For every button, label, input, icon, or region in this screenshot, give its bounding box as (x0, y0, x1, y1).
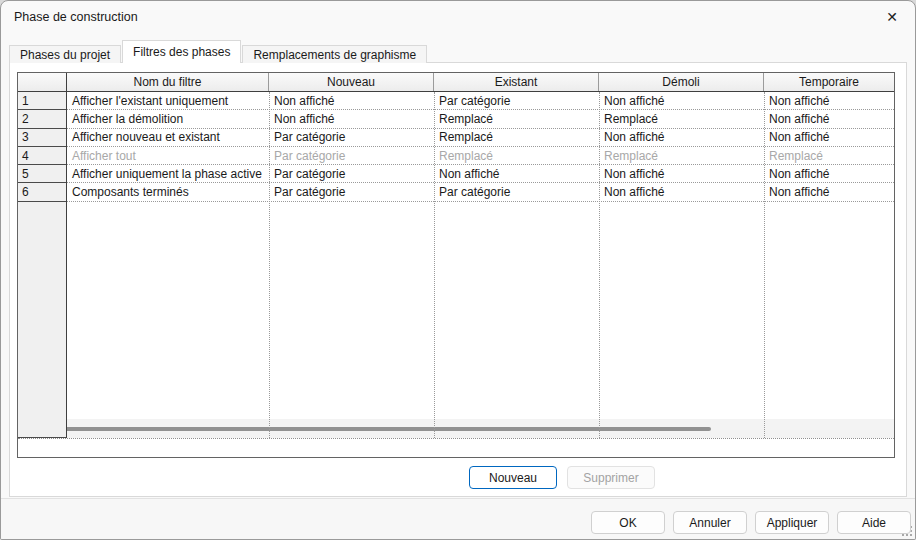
nouveau-cell[interactable]: Non affiché (269, 94, 434, 108)
existant-cell[interactable]: Non affiché (434, 167, 599, 181)
row-header[interactable]: 4 (18, 147, 66, 165)
filter-name-cell[interactable]: Afficher tout (67, 149, 269, 163)
row-header[interactable]: 5 (18, 165, 66, 183)
demoli-cell[interactable]: Non affiché (599, 185, 764, 199)
tab-remplacements-graphisme[interactable]: Remplacements de graphisme (242, 45, 427, 63)
nouveau-cell[interactable]: Par catégorie (269, 167, 434, 181)
row-header[interactable]: 6 (18, 183, 66, 201)
table-rows: Afficher l'existant uniquement Non affic… (67, 92, 894, 202)
table-header-row: Nom du filtre Nouveau Existant Démoli Te… (18, 73, 894, 92)
table-row[interactable]: Afficher nouveau et existant Par catégor… (67, 129, 894, 147)
tab-phases-du-projet[interactable]: Phases du projet (9, 45, 121, 63)
row-header-filler (18, 202, 66, 438)
nouveau-cell[interactable]: Par catégorie (269, 130, 434, 144)
filter-name-cell[interactable]: Afficher la démolition (67, 112, 269, 126)
table-row[interactable]: Afficher uniquement la phase active Par … (67, 165, 894, 183)
temporaire-cell[interactable]: Non affiché (764, 112, 894, 126)
header-demoli[interactable]: Démoli (599, 73, 764, 91)
ok-button[interactable]: OK (591, 511, 665, 534)
row-header[interactable]: 1 (18, 92, 66, 110)
demoli-cell[interactable]: Remplacé (599, 112, 764, 126)
temporaire-cell[interactable]: Non affiché (764, 167, 894, 181)
close-icon[interactable]: ✕ (877, 4, 907, 30)
footer-bar: OK Annuler Appliquer Aide (1, 498, 915, 539)
annuler-button[interactable]: Annuler (673, 511, 747, 534)
header-temporaire[interactable]: Temporaire (764, 73, 894, 91)
nouveau-cell[interactable]: Par catégorie (269, 149, 434, 163)
horizontal-scrollbar[interactable] (18, 419, 894, 438)
aide-button[interactable]: Aide (837, 511, 911, 534)
existant-cell[interactable]: Par catégorie (434, 185, 599, 199)
demoli-cell[interactable]: Non affiché (599, 130, 764, 144)
existant-cell[interactable]: Remplacé (434, 130, 599, 144)
dialog-title: Phase de construction (14, 1, 138, 33)
demoli-cell[interactable]: Non affiché (599, 94, 764, 108)
row-header[interactable]: 2 (18, 110, 66, 128)
existant-cell[interactable]: Remplacé (434, 112, 599, 126)
filter-name-cell[interactable]: Afficher l'existant uniquement (67, 94, 269, 108)
tab-filtres-des-phases[interactable]: Filtres des phases (122, 40, 241, 63)
table-row[interactable]: Composants terminés Par catégorie Par ca… (67, 183, 894, 201)
existant-cell[interactable]: Remplacé (434, 149, 599, 163)
table-row[interactable]: Afficher l'existant uniquement Non affic… (67, 92, 894, 110)
filter-name-cell[interactable]: Afficher nouveau et existant (67, 130, 269, 144)
title-bar: Phase de construction ✕ (1, 1, 915, 33)
demoli-cell[interactable]: Non affiché (599, 167, 764, 181)
filter-name-cell[interactable]: Composants terminés (67, 185, 269, 199)
filter-name-cell[interactable]: Afficher uniquement la phase active (67, 167, 269, 181)
temporaire-cell[interactable]: Remplacé (764, 149, 894, 163)
nouveau-cell[interactable]: Par catégorie (269, 185, 434, 199)
temporaire-cell[interactable]: Non affiché (764, 130, 894, 144)
nouveau-button[interactable]: Nouveau (469, 466, 557, 489)
header-nouveau[interactable]: Nouveau (269, 73, 434, 91)
row-header-column: 1 2 3 4 5 6 (18, 92, 67, 438)
demoli-cell[interactable]: Remplacé (599, 149, 764, 163)
phase-filters-table: Nom du filtre Nouveau Existant Démoli Te… (17, 72, 895, 458)
phasing-dialog: Phase de construction ✕ Phases du projet… (0, 0, 916, 540)
supprimer-button: Supprimer (567, 466, 655, 489)
header-nom-du-filtre[interactable]: Nom du filtre (67, 73, 269, 91)
table-row[interactable]: Afficher tout Par catégorie Remplacé Rem… (67, 147, 894, 165)
table-body: 1 2 3 4 5 6 Afficher l'existant uniqueme… (18, 92, 894, 439)
row-header[interactable]: 3 (18, 129, 66, 147)
header-corner-cell (18, 73, 67, 91)
appliquer-button[interactable]: Appliquer (755, 511, 829, 534)
temporaire-cell[interactable]: Non affiché (764, 94, 894, 108)
horizontal-scrollbar-thumb[interactable] (42, 427, 711, 431)
existant-cell[interactable]: Par catégorie (434, 94, 599, 108)
header-existant[interactable]: Existant (434, 73, 599, 91)
table-row[interactable]: Afficher la démolition Non affiché Rempl… (67, 110, 894, 128)
temporaire-cell[interactable]: Non affiché (764, 185, 894, 199)
tab-strip: Phases du projet Filtres des phases Remp… (9, 39, 428, 63)
nouveau-cell[interactable]: Non affiché (269, 112, 434, 126)
